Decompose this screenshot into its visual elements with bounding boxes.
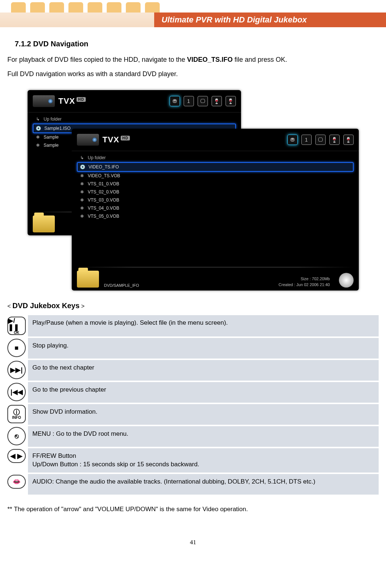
menu-button-icon: ⎋ [7,427,26,445]
glyph: |◀◀ [10,389,22,395]
hdd-icon [77,134,99,146]
header-title: Ultimate PVR with HD Digital Jukebox [154,13,386,27]
footnote: ** The operation of "arrow" and "VOLUME … [7,506,379,513]
tab-stub [88,2,102,13]
top-tab-strip [0,0,386,13]
disc-icon: 💿 [36,125,42,131]
para1-b: file and press OK. [233,56,287,63]
monitor-icon: 🖵 [198,96,208,106]
page-number: 41 [0,539,386,546]
key-row: ▶/❚❚OK Play/Pause (when a movie is playi… [7,315,379,337]
wine-icon: 🍷 [329,135,340,145]
file-name: VTS_03_0.VOB [88,197,119,203]
file-name: Sample [44,135,59,140]
stop-button-icon: ■ [7,339,26,357]
folder-icon [33,215,55,232]
up-label: Up folder [44,117,62,122]
keys-heading-text: DVD Jukebox Keys [13,302,79,310]
file-row[interactable]: ❄VTS_02_0.VOB [77,188,354,196]
tab-stub [107,2,121,13]
brand-logo: TVXHD [59,96,86,106]
file-name: VIDEO_TS.IFO [89,164,119,170]
key-desc: AUDIO: Change the audio the available tr… [28,473,379,495]
file-name: VIDEO_TS.VOB [88,173,120,178]
wine-icon: 🍷 [226,96,236,106]
glyph: ■ [15,345,19,351]
sub: OK [14,331,20,335]
key-row: ■ Stop playing. [7,337,379,359]
key-desc: Go to the previous chapter [28,381,379,403]
key-row: ◀ ▶ FF/REW Button Up/Down Button : 15 se… [7,448,379,473]
gear-icon: ❄ [79,213,85,219]
fb-topbar: TVXHD ⛃ 1 🖵 🍷 🍷 [72,129,359,151]
gear-icon: ❄ [35,142,41,148]
header-band: Ultimate PVR with HD Digital Jukebox [0,13,386,27]
gear-icon: ❄ [79,197,85,203]
keys-heading: < DVD Jukebox Keys > [7,302,379,310]
file-size: Size : 702.20Mb [279,276,330,282]
brand-hd-badge: HD [77,97,85,102]
num-1-icon: 1 [301,135,312,145]
wine-icon: 🍷 [343,135,354,145]
hdd-icon [33,95,55,107]
up-arrow-icon: ↳ [79,155,85,161]
key-row: ⎋ MENU : Go to the DVD root menu. [7,425,379,448]
paragraph-2: Full DVD navigation works as with a stan… [7,69,379,79]
glyph: ▶/❚❚ [8,317,25,331]
tab-stub [145,2,160,13]
fb-bottom-bar: DVD/SAMPLE_IFO Size : 702.20Mb Created :… [77,267,354,288]
hdd-indicator-icon: ⛃ [287,135,298,145]
file-row-selected[interactable]: 💿VIDEO_TS.IFO [77,162,354,172]
disc-icon [339,273,354,288]
file-row[interactable]: ❄VTS_01_0.VOB [77,180,354,188]
fb-topbar: TVXHD ⛃ 1 🖵 🍷 🍷 [28,90,241,113]
hdd-indicator-icon: ⛃ [170,96,180,106]
folder-icon [77,271,99,288]
key-row: ⓘINFO Show DVD information. [7,403,379,425]
file-row[interactable]: ❄VTS_03_0.VOB [77,196,354,204]
file-name: Sample [44,143,59,148]
up-label: Up folder [88,155,106,160]
file-name: Sample1.ISO [45,126,71,131]
key-desc: FF/REW Button Up/Down Button : 15 second… [28,448,379,473]
dvd-navigation-figure: TVXHD ⛃ 1 🖵 🍷 🍷 ↳Up folder 💿Sample1.ISO … [28,90,359,291]
prev-chapter-button-icon: |◀◀ [7,383,26,401]
topbar-icons: ⛃ 1 🖵 🍷 🍷 [170,96,236,106]
key-desc: Stop playing. [28,337,379,359]
next-chapter-button-icon: ▶▶| [7,361,26,379]
file-meta: Size : 702.20Mb Created : Jun 02 2006 21… [279,276,330,288]
key-row: 👄 AUDIO: Change the audio the available … [7,473,379,495]
wine-icon: 🍷 [212,96,222,106]
monitor-icon: 🖵 [315,135,326,145]
file-created: Created : Jun 02 2006 21:40 [279,282,330,288]
gear-icon: ❄ [79,173,85,179]
tab-stub [126,2,141,13]
glyph: ◀ ▶ [10,453,22,459]
brand-logo: TVXHD [103,135,130,145]
key-desc: MENU : Go to the DVD root menu. [28,425,379,448]
up-folder-row[interactable]: ↳Up folder [77,153,354,162]
tab-stub [68,2,83,13]
file-browser-front: TVXHD ⛃ 1 🖵 🍷 🍷 ↳Up folder 💿VIDEO_TS.IFO… [72,129,359,291]
file-row[interactable]: ❄VTS_05_0.VOB [77,212,354,220]
key-desc: Go to the next chapter [28,359,379,381]
section-heading: 7.1.2 DVD Navigation [15,40,379,48]
up-folder-row[interactable]: ↳Up folder [33,115,236,124]
glyph: 👄 [13,478,21,485]
key-row: |◀◀ Go to the previous chapter [7,381,379,403]
up-arrow-icon: ↳ [35,116,41,122]
file-row[interactable]: ❄VIDEO_TS.VOB [77,172,354,180]
file-row[interactable]: ❄VTS_04_0.VOB [77,204,354,212]
key-row: ▶▶| Go to the next chapter [7,359,379,381]
keys-table: ▶/❚❚OK Play/Pause (when a movie is playi… [7,315,379,496]
para1-bold: VIDEO_TS.IFO [187,56,233,63]
current-path: DVD/SAMPLE_IFO [104,283,139,288]
fb-list: ↳Up folder 💿VIDEO_TS.IFO ❄VIDEO_TS.VOB ❄… [72,151,359,222]
topbar-icons: ⛃ 1 🖵 🍷 🍷 [287,135,354,145]
tab-stub [49,2,64,13]
glyph: ⓘ [13,409,20,416]
file-name: VTS_02_0.VOB [88,189,119,195]
brand-text: TVX [59,96,75,106]
num-1-icon: 1 [184,96,194,106]
brand-hd-badge: HD [121,136,130,140]
